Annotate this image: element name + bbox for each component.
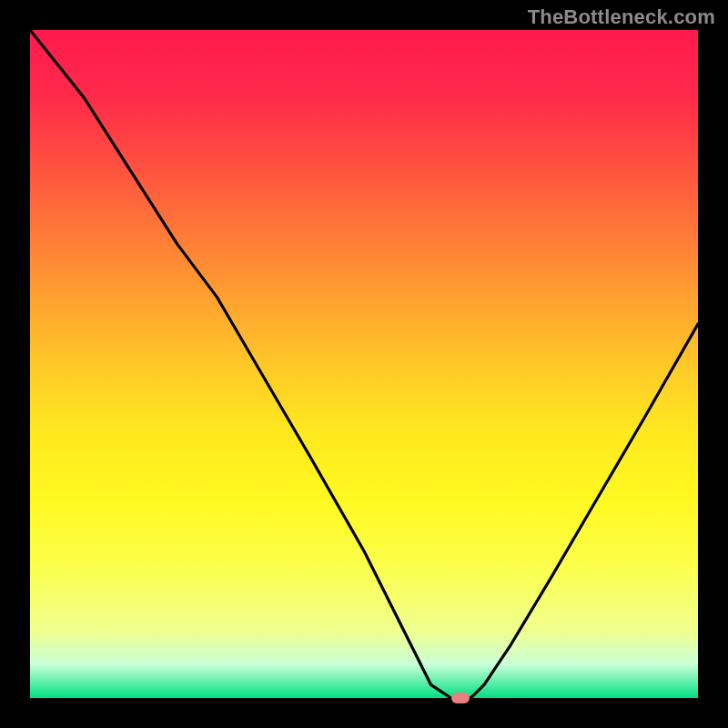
bottleneck-curve [30, 30, 698, 698]
watermark-text: TheBottleneck.com [528, 5, 715, 29]
plot-area [30, 30, 698, 698]
optimal-marker [451, 693, 470, 703]
chart-container: TheBottleneck.com [0, 0, 728, 728]
